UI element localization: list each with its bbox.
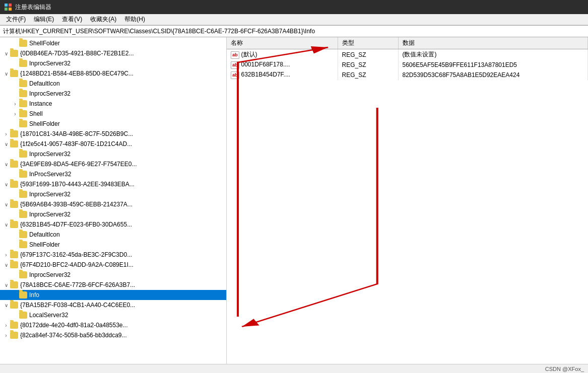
- expand-btn[interactable]: ∨: [2, 301, 10, 309]
- tree-item-593f[interactable]: ∨{593F1699-1B70-4443-A2EE-39483EBA...: [0, 179, 226, 189]
- tree-pane[interactable]: ShellFolder∨{0D8B46EA-7D35-4921-B88C-7E2…: [0, 37, 227, 364]
- tree-item-label: ShellFolder: [29, 120, 60, 127]
- app-title: 注册表编辑器: [15, 3, 51, 12]
- tree-item-inproc-5[interactable]: InprocServer32: [0, 189, 226, 199]
- expand-btn[interactable]: ›: [2, 130, 10, 138]
- tree-item-8017[interactable]: ›{80172dde-4e20-4df0-81a2-0a48553e...: [0, 320, 226, 330]
- tree-item-label: ShellFolder: [29, 241, 60, 248]
- tree-item-inproc-1[interactable]: InprocServer32: [0, 58, 226, 68]
- tree-item-inproc-3[interactable]: InprocServer32: [0, 149, 226, 159]
- expand-btn[interactable]: ›: [11, 110, 19, 118]
- folder-icon: [19, 60, 27, 67]
- tree-item-label: InprocServer32: [29, 271, 71, 278]
- tree-item-inproc-2[interactable]: InprocServer32: [0, 89, 226, 99]
- tree-item-label: Instance: [29, 100, 52, 107]
- folder-icon: [10, 281, 18, 288]
- tree-item-label: InprocServer32: [29, 211, 71, 218]
- expand-btn[interactable]: ∨: [2, 261, 10, 269]
- folder-icon: [10, 332, 18, 339]
- table-row[interactable]: ab(默认)REG_SZ(数值未设置): [227, 49, 588, 60]
- folder-icon: [10, 70, 18, 77]
- tree-item-label: {80172dde-4e20-4df0-81a2-0a48553e...: [20, 322, 128, 329]
- menu-file[interactable]: 文件(F): [2, 14, 30, 25]
- col-type: 类型: [338, 37, 398, 49]
- title-bar: 注册表编辑器: [0, 0, 588, 14]
- table-row[interactable]: ab632B1B454D7F....REG_SZ82D539D53C68F75A…: [227, 70, 588, 80]
- expand-btn[interactable]: ›: [2, 331, 10, 339]
- svg-rect-2: [5, 8, 8, 11]
- tree-item-1248[interactable]: ∨{1248BD21-B584-4EB8-85D0-8EC479C...: [0, 68, 226, 79]
- svg-rect-3: [9, 8, 12, 11]
- tree-item-18701[interactable]: ›{18701C81-34AB-498E-8C7F-5D26B9C...: [0, 129, 226, 139]
- tree-item-632b[interactable]: ∨{632B1B45-4D7F-E023-6FB0-30DA655...: [0, 219, 226, 230]
- menu-favorites[interactable]: 收藏夹(A): [86, 14, 120, 25]
- tree-item-label: {78A18BCE-C6AE-772B-6FCF-626A3B7...: [20, 281, 135, 288]
- menu-help[interactable]: 帮助(H): [120, 14, 149, 25]
- tree-item-67f4[interactable]: ∨{67F4D210-BFC2-4ADD-9A2A-C089E1I...: [0, 260, 226, 270]
- tree-item-label: {5B69A6B4-393B-459C-8EBB-214237A...: [20, 201, 133, 208]
- tree-item-defaulticon-2[interactable]: DefaultIcon: [0, 230, 226, 240]
- main-content: ShellFolder∨{0D8B46EA-7D35-4921-B88C-7E2…: [0, 37, 588, 364]
- folder-icon: [10, 322, 18, 329]
- tree-item-label: {18701C81-34AB-498E-8C7F-5D26B9C...: [20, 130, 133, 137]
- tree-item-1f2e5[interactable]: ∨{1f2e5c41-9057-483F-807E-1D21C4AD...: [0, 139, 226, 149]
- folder-icon: [10, 50, 18, 57]
- expand-btn[interactable]: ∨: [2, 140, 10, 148]
- tree-item-7ba1[interactable]: ∨{7BA15B2F-F038-4CB1-AA40-C4C6EE0...: [0, 300, 226, 310]
- expand-btn[interactable]: ›: [2, 251, 10, 259]
- expand-btn[interactable]: ∨: [2, 49, 10, 57]
- tree-item-inproc-7[interactable]: InprocServer32: [0, 270, 226, 280]
- expand-btn[interactable]: ∨: [2, 200, 10, 208]
- reg-type-icon: ab: [231, 71, 239, 79]
- tree-item-inprocserver-4[interactable]: InProcServer32: [0, 169, 226, 179]
- menu-edit[interactable]: 编辑(E): [30, 14, 58, 25]
- folder-icon: [19, 120, 27, 127]
- tree-item-shellfolder-1[interactable]: ShellFolder: [0, 38, 226, 48]
- expand-btn[interactable]: ∨: [2, 160, 10, 168]
- value-data: 5606E5AF5E45B9FFE611F13A87801ED5: [398, 60, 588, 70]
- svg-rect-1: [9, 4, 12, 7]
- value-data: (数值未设置): [398, 49, 588, 60]
- tree-item-3ae9[interactable]: ∨{3AE9FE89-8DA5-4EF6-9E27-F7547EE0...: [0, 159, 226, 169]
- expand-btn[interactable]: ›: [11, 100, 19, 108]
- tree-item-label: InprocServer32: [29, 151, 71, 158]
- folder-icon: [19, 231, 27, 238]
- folder-icon: [10, 221, 18, 228]
- tree-item-info[interactable]: Info: [0, 290, 226, 300]
- tree-item-label: {82ca84ef-374c-5058-ba56-bb3ddca9...: [20, 332, 127, 339]
- status-text: CSDN @XFox_: [545, 366, 584, 372]
- tree-item-0d8b[interactable]: ∨{0D8B46EA-7D35-4921-B88C-7E2B1E2...: [0, 48, 226, 58]
- tree-item-679f[interactable]: ›{679F137C-3162-45da-BE3C-2F9C3D0...: [0, 250, 226, 260]
- folder-icon: [19, 110, 27, 117]
- status-bar: CSDN @XFox_: [0, 364, 588, 373]
- expand-btn[interactable]: ∨: [2, 69, 10, 78]
- expand-btn[interactable]: ∨: [2, 281, 10, 289]
- tree-item-82ca[interactable]: ›{82ca84ef-374c-5058-ba56-bb3ddca9...: [0, 330, 226, 340]
- tree-item-label: {7BA15B2F-F038-4CB1-AA40-C4C6EE0...: [20, 302, 135, 309]
- reg-type-icon: ab: [231, 61, 239, 69]
- tree-item-shellfolder-2[interactable]: ShellFolder: [0, 119, 226, 129]
- tree-item-label: LocalServer32: [29, 312, 68, 319]
- expand-btn[interactable]: ∨: [2, 180, 10, 188]
- tree-item-instance-1[interactable]: ›Instance: [0, 99, 226, 109]
- folder-icon: [19, 171, 27, 178]
- table-row[interactable]: ab0001DF68F178....REG_SZ5606E5AF5E45B9FF…: [227, 60, 588, 70]
- tree-item-shell-1[interactable]: ›Shell: [0, 109, 226, 119]
- address-bar: 计算机\HKEY_CURRENT_USER\SOFTWARE\Classes\C…: [0, 25, 588, 37]
- menu-view[interactable]: 查看(V): [58, 14, 86, 25]
- folder-icon: [19, 241, 27, 248]
- folder-icon: [10, 201, 18, 208]
- tree-item-defaulticon-1[interactable]: DefaultIcon: [0, 79, 226, 89]
- tree-item-inproc-6[interactable]: InprocServer32: [0, 209, 226, 219]
- expand-btn[interactable]: ›: [2, 321, 10, 329]
- folder-icon: [19, 40, 27, 47]
- col-data: 数据: [398, 37, 588, 49]
- tree-item-5b69[interactable]: ∨{5B69A6B4-393B-459C-8EBB-214237A...: [0, 199, 226, 209]
- tree-item-label: DefaultIcon: [29, 80, 60, 87]
- tree-item-78a1[interactable]: ∨{78A18BCE-C6AE-772B-6FCF-626A3B7...: [0, 280, 226, 290]
- tree-item-label: {67F4D210-BFC2-4ADD-9A2A-C089E1I...: [20, 261, 134, 268]
- tree-item-shellfolder-3[interactable]: ShellFolder: [0, 240, 226, 250]
- folder-icon: [10, 161, 18, 168]
- expand-btn[interactable]: ∨: [2, 220, 10, 229]
- tree-item-localserver-1[interactable]: LocalServer32: [0, 310, 226, 320]
